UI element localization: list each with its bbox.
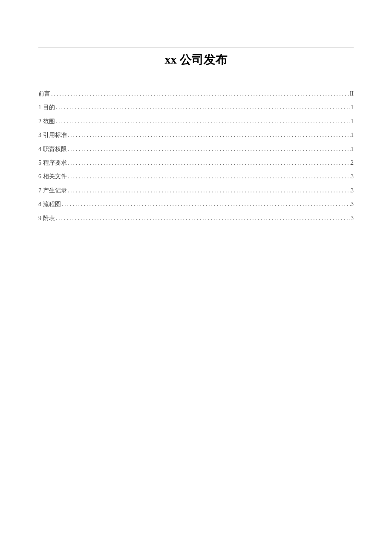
toc-entry: 3 引用标准 1 bbox=[38, 131, 354, 140]
toc-entry: 6 相关文件 3 bbox=[38, 172, 354, 181]
toc-dots bbox=[67, 172, 351, 181]
toc-dots bbox=[67, 145, 351, 154]
toc-label: 4 职责权限 bbox=[38, 145, 67, 154]
toc-dots bbox=[67, 158, 351, 168]
toc-dots bbox=[61, 200, 351, 209]
toc-page: 3 bbox=[351, 200, 354, 209]
toc-dots bbox=[55, 214, 351, 223]
toc-page: 1 bbox=[351, 145, 354, 154]
toc-entry: 7 产生记录 3 bbox=[38, 186, 354, 195]
toc-entry: 9 附表 3 bbox=[38, 214, 354, 223]
toc-dots bbox=[50, 89, 350, 99]
toc-page: 2 bbox=[351, 158, 354, 168]
toc-page: 3 bbox=[351, 172, 354, 181]
toc-dots bbox=[67, 131, 351, 140]
toc-dots bbox=[55, 103, 351, 112]
toc-label: 5 程序要求 bbox=[38, 158, 67, 168]
toc-label: 前言 bbox=[38, 89, 50, 99]
toc-entry: 2 范围 1 bbox=[38, 117, 354, 126]
toc-dots bbox=[55, 117, 351, 126]
table-of-contents: 前言 II 1 目的 1 2 范围 1 3 引用标准 1 4 职责权限 1 5 … bbox=[38, 89, 354, 223]
toc-entry: 8 流程图 3 bbox=[38, 200, 354, 209]
toc-dots bbox=[67, 186, 351, 195]
toc-page: II bbox=[350, 89, 354, 99]
toc-entry: 1 目的 1 bbox=[38, 103, 354, 112]
toc-page: 1 bbox=[351, 103, 354, 112]
toc-label: 2 范围 bbox=[38, 117, 55, 126]
toc-label: 1 目的 bbox=[38, 103, 55, 112]
toc-page: 1 bbox=[351, 117, 354, 126]
toc-label: 6 相关文件 bbox=[38, 172, 67, 181]
toc-label: 8 流程图 bbox=[38, 200, 61, 209]
toc-label: 3 引用标准 bbox=[38, 131, 67, 140]
toc-label: 9 附表 bbox=[38, 214, 55, 223]
toc-entry: 4 职责权限 1 bbox=[38, 145, 354, 154]
toc-page: 3 bbox=[351, 186, 354, 195]
toc-page: 1 bbox=[351, 131, 354, 140]
toc-entry: 5 程序要求 2 bbox=[38, 158, 354, 168]
toc-label: 7 产生记录 bbox=[38, 186, 67, 195]
toc-entry: 前言 II bbox=[38, 89, 354, 99]
page-title: xx 公司发布 bbox=[38, 52, 354, 68]
header-rule bbox=[38, 47, 354, 47]
toc-page: 3 bbox=[351, 214, 354, 223]
